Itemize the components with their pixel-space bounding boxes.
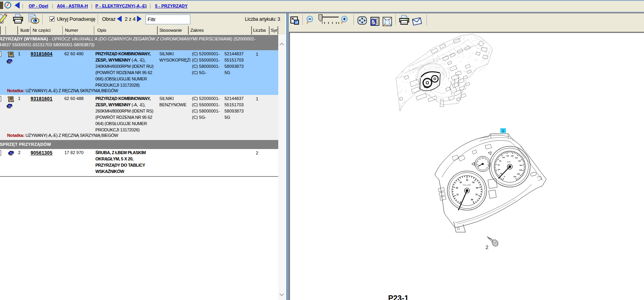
svg-text:km/h: km/h [507,161,511,163]
svg-text:1: 1 [502,129,504,133]
svg-text:260: 260 [513,176,516,178]
svg-text:50: 50 [472,181,474,184]
svg-text:20: 20 [456,187,458,189]
svg-text:220: 220 [519,169,522,171]
svg-text:30: 30 [460,181,462,184]
svg-text:120: 120 [506,155,509,157]
svg-text:P23-1: P23-1 [388,294,409,300]
svg-text:2: 2 [485,244,489,250]
svg-text:80: 80 [499,160,501,162]
svg-text:240: 240 [517,173,520,175]
svg-text:60: 60 [498,164,500,166]
svg-text:70: 70 [475,193,478,196]
svg-text:10: 10 [456,193,459,196]
svg-text:40: 40 [498,169,500,171]
svg-text:1/min x 1000: 1/min x 1000 [463,184,471,186]
svg-text:80: 80 [471,198,473,201]
svg-text:180: 180 [518,160,521,162]
svg-text:60: 60 [476,187,478,189]
svg-text:100: 100 [502,156,505,158]
svg-text:40: 40 [466,179,468,181]
svg-text:0: 0 [504,176,505,178]
svg-text:200: 200 [520,164,523,166]
svg-text:140: 140 [511,155,514,157]
svg-text:160: 160 [515,157,518,159]
